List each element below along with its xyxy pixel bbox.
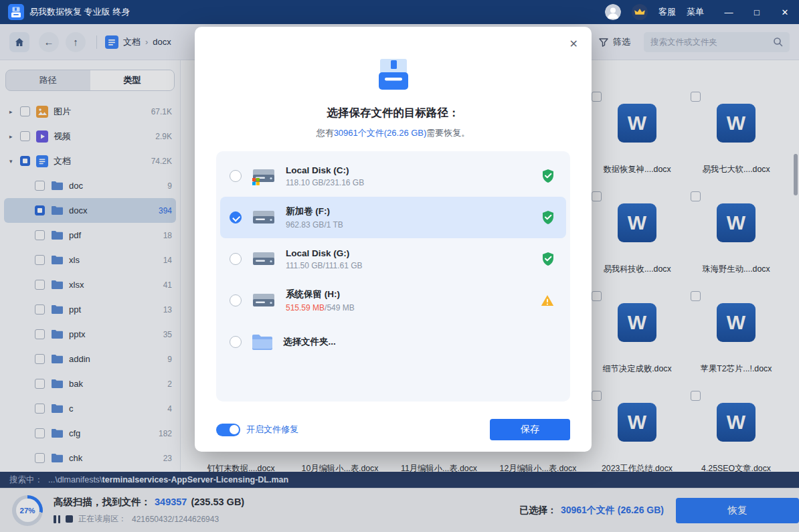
drive-name: 系统保留 (H:) <box>286 288 531 300</box>
app-title: 易我数据恢复 专业版 终身 <box>29 6 130 18</box>
choose-folder-option[interactable]: 选择文件夹... <box>220 321 566 363</box>
maximize-button[interactable]: □ <box>743 0 771 24</box>
shield-check-icon <box>542 252 554 266</box>
shield-check-icon <box>542 169 554 183</box>
disk-drive-icon <box>251 207 276 228</box>
choose-folder-label: 选择文件夹... <box>283 336 554 348</box>
radio-unchecked[interactable] <box>230 336 242 348</box>
disk-drive-icon <box>251 290 276 311</box>
drive-size: 118.10 GB/231.16 GB <box>286 178 533 187</box>
drive-size: 962.83 GB/1 TB <box>286 220 533 230</box>
radio-unchecked[interactable] <box>230 294 242 306</box>
dialog-title: 选择保存文件的目标路径： <box>195 106 592 120</box>
app-window: 易我数据恢复 专业版 终身 客服 菜单 — □ ✕ ← ↑ <box>0 0 799 532</box>
menu-button[interactable]: 菜单 <box>687 6 704 18</box>
radio-unchecked[interactable] <box>230 253 242 265</box>
radio-unchecked[interactable] <box>230 170 242 182</box>
drive-option-f[interactable]: 新加卷 (F:) 962.83 GB/1 TB <box>220 197 566 238</box>
support-link[interactable]: 客服 <box>658 6 676 18</box>
minimize-button[interactable]: — <box>715 0 743 24</box>
dialog-close-button[interactable]: ✕ <box>567 35 581 53</box>
dialog-subtitle: 您有30961个文件(26.26 GB)需要恢复。 <box>195 127 592 139</box>
repair-toggle-group[interactable]: 开启文件修复 <box>216 424 298 436</box>
window-controls: — □ ✕ <box>715 0 799 24</box>
toggle-on-switch[interactable] <box>216 424 240 436</box>
drive-option-h[interactable]: 系统保留 (H:) 515.59 MB/549 MB <box>220 280 566 321</box>
drive-size: 515.59 MB/549 MB <box>286 303 531 313</box>
drive-option-c[interactable]: Local Disk (C:) 118.10 GB/231.16 GB <box>220 155 566 197</box>
app-logo-icon <box>8 4 24 20</box>
warning-icon <box>541 294 554 306</box>
disk-drive-icon <box>251 249 276 269</box>
drive-name: Local Disk (C:) <box>286 165 533 175</box>
drive-list: Local Disk (C:) 118.10 GB/231.16 GB 新加卷 … <box>216 151 570 402</box>
shield-check-icon <box>542 211 554 224</box>
drive-name: 新加卷 (F:) <box>286 205 533 217</box>
folder-icon <box>251 333 274 351</box>
radio-checked[interactable] <box>230 211 242 224</box>
save-button[interactable]: 保存 <box>490 419 570 440</box>
avatar[interactable] <box>605 4 621 20</box>
drive-size: 111.50 GB/111.61 GB <box>286 261 533 270</box>
disk-drive-windows-icon <box>251 166 276 186</box>
drive-name: Local Disk (G:) <box>286 248 533 258</box>
floppy-disk-icon <box>374 55 413 96</box>
close-window-button[interactable]: ✕ <box>771 0 799 24</box>
save-path-dialog: ✕ 选择保存文件的目标路径： 您有30961个文件(26.26 GB)需要恢复。… <box>195 27 592 452</box>
vip-badge-icon[interactable] <box>632 4 648 20</box>
titlebar: 易我数据恢复 专业版 终身 客服 菜单 — □ ✕ <box>0 0 799 24</box>
dialog-footer: 开启文件修复 保存 <box>216 419 570 440</box>
repair-label: 开启文件修复 <box>246 424 298 436</box>
drive-option-g[interactable]: Local Disk (G:) 111.50 GB/111.61 GB <box>220 238 566 280</box>
